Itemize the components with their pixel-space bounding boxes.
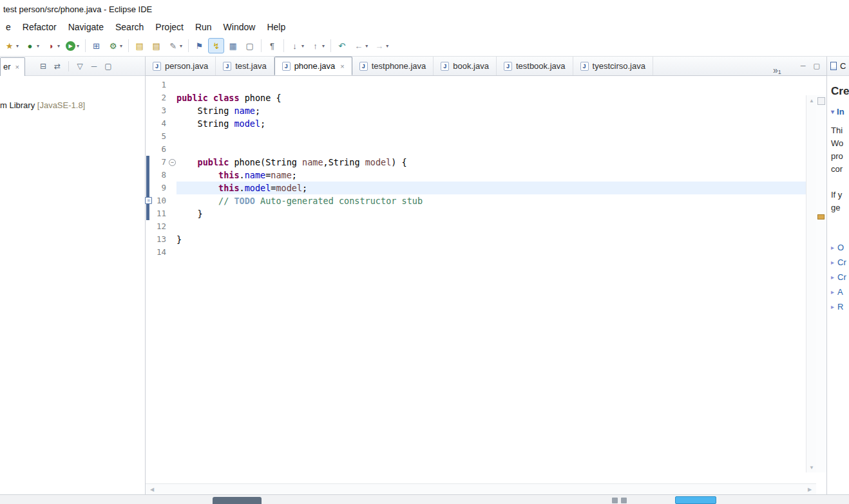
new-wizard-button[interactable]: ★▾ <box>1 38 21 53</box>
editor-tab-person-java[interactable]: Jperson.java <box>146 57 216 75</box>
close-view-icon[interactable]: × <box>15 63 19 71</box>
editor-tab-book-java[interactable]: Jbook.java <box>434 57 497 75</box>
coverage-dropdown-caret-icon[interactable]: ▾ <box>57 43 60 49</box>
annotation-column[interactable]: ≡ <box>146 76 151 483</box>
next-annotation-button[interactable]: ↓▾ <box>287 38 307 53</box>
line-number-7[interactable]: 7 <box>151 156 166 169</box>
new-wizard-dropdown-caret-icon[interactable]: ▾ <box>16 43 19 49</box>
annotation-cell[interactable] <box>146 233 151 246</box>
run-button[interactable]: ▶▾ <box>63 38 82 53</box>
close-tab-icon[interactable]: × <box>340 62 344 70</box>
prev-annotation-dropdown-caret-icon[interactable]: ▾ <box>322 43 325 49</box>
maximize-editor-icon[interactable]: ▢ <box>814 62 820 70</box>
code-line-2[interactable]: public class phone { <box>176 91 806 104</box>
editor-tab-tyestcirso-java[interactable]: Jtyestcirso.java <box>573 57 653 75</box>
flag-button[interactable]: ⚑ <box>191 38 207 53</box>
menu-item-help[interactable]: Help <box>261 19 291 35</box>
help-link-3[interactable]: ▸Cr <box>831 270 849 285</box>
collapse-marker-icon[interactable]: − <box>169 159 176 166</box>
run-dropdown-caret-icon[interactable]: ▾ <box>77 43 79 49</box>
menu-item-run[interactable]: Run <box>189 19 218 35</box>
debug-button[interactable]: ●▾ <box>22 38 42 53</box>
collapse-all-button[interactable]: ⊟ <box>37 60 50 73</box>
annotation-cell[interactable] <box>146 104 151 117</box>
prev-annotation-button[interactable]: ↑▾ <box>307 38 327 53</box>
line-numbers[interactable]: 1234567891011121314 <box>151 76 168 483</box>
vertical-scrollbar[interactable]: ▲ ▼ <box>806 95 816 472</box>
code-line-13[interactable]: } <box>176 233 806 246</box>
code-line-6[interactable] <box>176 143 806 156</box>
forward-button[interactable]: →▾ <box>371 38 391 53</box>
minimize-view-button[interactable]: ─ <box>88 60 100 73</box>
annotation-cell[interactable] <box>146 156 151 169</box>
back-dropdown-caret-icon[interactable]: ▾ <box>365 43 368 49</box>
scroll-left-icon[interactable]: ◀ <box>147 484 157 494</box>
open-task-button[interactable]: ▤ <box>131 38 148 53</box>
editor-tab-phone-java[interactable]: Jphone.java× <box>274 57 352 75</box>
line-number-11[interactable]: 11 <box>151 207 166 220</box>
scroll-down-icon[interactable]: ▼ <box>806 462 817 472</box>
code-line-12[interactable] <box>176 220 806 233</box>
editor-tab-testphone-java[interactable]: Jtestphone.java <box>352 57 434 75</box>
code-line-1[interactable] <box>176 79 806 91</box>
line-number-4[interactable]: 4 <box>151 117 166 130</box>
last-edit-location-button[interactable]: ↶ <box>334 38 350 53</box>
help-link-5[interactable]: ▸R <box>831 299 849 314</box>
intro-section-toggle[interactable]: ▾ In <box>831 107 849 117</box>
menu-item-search[interactable]: Search <box>110 19 149 35</box>
annotation-cell[interactable] <box>146 91 151 104</box>
annotation-cell[interactable] <box>146 207 151 220</box>
code-line-7[interactable]: public phone(String name,String model) { <box>176 156 806 169</box>
external-tools-button[interactable]: ⚙▾ <box>105 38 125 53</box>
maximize-view-button[interactable]: ▢ <box>102 60 115 73</box>
show-views-button[interactable]: ▦ <box>225 38 241 53</box>
line-number-3[interactable]: 3 <box>151 104 166 117</box>
menu-item-window[interactable]: Window <box>218 19 262 35</box>
progress-indicator[interactable] <box>675 496 716 504</box>
next-annotation-dropdown-caret-icon[interactable]: ▾ <box>301 43 304 49</box>
line-number-5[interactable]: 5 <box>151 130 166 143</box>
forward-dropdown-caret-icon[interactable]: ▾ <box>386 43 388 49</box>
line-number-1[interactable]: 1 <box>151 79 166 91</box>
annotation-cell[interactable]: ≡ <box>146 194 151 207</box>
code-line-10[interactable]: // TODO Auto-generated constructor stub <box>176 194 806 207</box>
code-line-14[interactable] <box>176 246 806 259</box>
menu-item-e[interactable]: e <box>0 19 17 35</box>
coverage-button[interactable]: ◑▾ <box>43 38 62 53</box>
open-resource-button[interactable]: ▤ <box>148 38 164 53</box>
code-line-3[interactable]: String name; <box>176 104 806 117</box>
help-link-4[interactable]: ▸A <box>831 285 849 299</box>
annotation-cell[interactable] <box>146 143 151 156</box>
line-number-12[interactable]: 12 <box>151 220 166 233</box>
annotate-button[interactable]: ✎▾ <box>165 38 185 53</box>
scroll-up-icon[interactable]: ▲ <box>806 95 817 106</box>
horizontal-scrollbar[interactable]: ◀ ▶ <box>146 483 816 494</box>
code-lines[interactable]: public class phone { String name; String… <box>176 76 806 483</box>
fold-cell[interactable]: − <box>168 156 176 169</box>
annotation-cell[interactable] <box>146 79 151 91</box>
help-link-1[interactable]: ▸O <box>831 240 849 255</box>
annotation-cell[interactable] <box>146 130 151 143</box>
annotation-cell[interactable] <box>146 182 151 194</box>
annotation-cell[interactable] <box>146 169 151 182</box>
code-line-5[interactable] <box>176 130 806 143</box>
task-marker-icon[interactable]: ≡ <box>145 197 152 204</box>
back-button[interactable]: ←▾ <box>350 38 370 53</box>
line-number-10[interactable]: 10 <box>151 194 166 207</box>
tree-item-jre-library[interactable]: m Library [JavaSE-1.8] <box>0 76 145 110</box>
editor-tab-test-java[interactable]: Jtest.java <box>216 57 274 75</box>
annotation-cell[interactable] <box>146 117 151 130</box>
overview-ruler[interactable] <box>816 95 826 472</box>
editor-tab-testbook-java[interactable]: Jtestbook.java <box>497 57 573 75</box>
annotate-dropdown-caret-icon[interactable]: ▾ <box>180 43 182 49</box>
console-button[interactable]: ▢ <box>242 38 258 53</box>
mark-occurrences-button[interactable]: ↯ <box>208 38 224 53</box>
scroll-right-icon[interactable]: ▶ <box>805 484 815 494</box>
overview-task-marker[interactable] <box>817 214 825 219</box>
code-line-11[interactable]: } <box>176 207 806 220</box>
link-with-editor-button[interactable]: ⇄ <box>51 60 64 73</box>
line-number-6[interactable]: 6 <box>151 143 166 156</box>
code-line-8[interactable]: this.name=name; <box>176 169 806 182</box>
line-number-8[interactable]: 8 <box>151 169 166 182</box>
annotation-cell[interactable] <box>146 246 151 259</box>
